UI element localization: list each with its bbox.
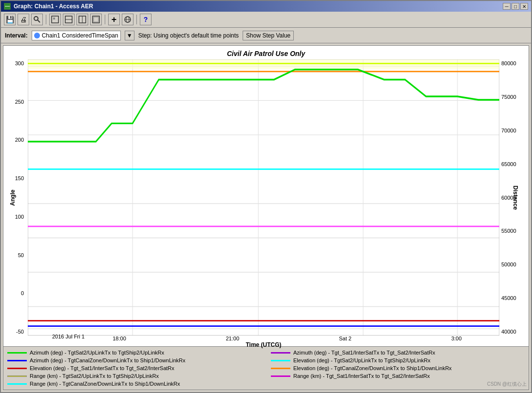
print-button[interactable]: 🖨 — [18, 14, 29, 25]
window-title: Graph: Chain1 - Access AER — [14, 3, 93, 10]
plot-svg — [28, 59, 499, 336]
legend-item-6: Elevation (deg) - TgtCanalZone/DownLinkT… — [271, 365, 525, 371]
show-step-button[interactable]: Show Step Value — [243, 31, 294, 40]
legend-line-5 — [7, 368, 27, 369]
main-content: Civil Air Patrol Use Only Angle 300 250 … — [1, 43, 531, 392]
step-label: Step: Using object's default time points — [138, 32, 239, 39]
legend-label-5: Elevation (deg) - Tgt_Sat1/InterSatTx to… — [30, 365, 174, 371]
legend-label-9: Range (km) - TgtCanalZone/DownLinkTx to … — [30, 381, 180, 387]
legend-item-1: Azimuth (deg) - TgtSat2/UpLinkTx to TgtS… — [7, 350, 261, 356]
y-right-label: Distance — [512, 185, 519, 209]
interval-dropdown-arrow[interactable]: ▼ — [125, 31, 134, 40]
main-window: Graph: Chain1 - Access AER ─ □ ✕ 💾 🖨 + — [0, 0, 532, 393]
title-bar: Graph: Chain1 - Access AER ─ □ ✕ — [1, 1, 531, 12]
graph-area: Civil Air Patrol Use Only Angle 300 250 … — [3, 45, 529, 390]
maximize-button[interactable]: □ — [512, 3, 519, 10]
legend-item-5: Elevation (deg) - Tgt_Sat1/InterSatTx to… — [7, 365, 261, 371]
y-left-tick-100: 100 — [15, 214, 24, 220]
legend-item-9: Range (km) - TgtCanalZone/DownLinkTx to … — [7, 381, 261, 387]
legend-line-8 — [271, 375, 290, 377]
y-right-tick-65000: 65000 — [501, 161, 529, 167]
legend-grid: Azimuth (deg) - TgtSat2/UpLinkTx to TgtS… — [7, 350, 525, 387]
title-bar-left: Graph: Chain1 - Access AER — [4, 3, 93, 10]
interval-label: Interval: — [5, 32, 28, 39]
graph-container: Angle 300 250 200 150 100 50 0 -50 — [3, 59, 529, 350]
legend-item-3: Azimuth (deg) - TgtCanalZone/DownLinkTx … — [7, 357, 261, 363]
legend-line-2 — [271, 352, 290, 354]
legend-line-6 — [271, 368, 290, 369]
toolbar-separator1 — [46, 15, 46, 24]
y-right-tick-80000: 80000 — [501, 60, 529, 66]
svg-rect-5 — [53, 18, 55, 19]
legend-item-4: Elevation (deg) - TgtSat2/UpLinkTx to Tg… — [271, 357, 525, 363]
plot-area — [28, 59, 499, 336]
y-right-tick-70000: 70000 — [501, 128, 529, 133]
graph-title: Civil Air Patrol Use Only — [3, 46, 529, 59]
interval-value: Chain1 ConsideredTimeSpan — [42, 32, 118, 39]
legend-line-1 — [7, 352, 27, 354]
save-button[interactable]: 💾 — [4, 14, 16, 25]
y-axis-right: Distance 80000 75000 70000 65000 60000 5… — [499, 59, 529, 336]
y-right-tick-55000: 55000 — [501, 228, 529, 234]
legend-label-8: Range (km) - Tgt_Sat1/InterSatTx to Tgt_… — [293, 373, 430, 379]
svg-rect-26 — [28, 59, 499, 336]
y-axis-left: Angle 300 250 200 150 100 50 0 -50 — [3, 59, 28, 336]
y-right-tick-75000: 75000 — [501, 94, 529, 100]
legend-line-9 — [7, 383, 27, 385]
legend-label-1: Azimuth (deg) - TgtSat2/UpLinkTx to TgtS… — [30, 350, 164, 356]
globe-button[interactable] — [122, 14, 133, 25]
interval-bar: Interval: Chain1 ConsideredTimeSpan ▼ St… — [1, 28, 531, 43]
minimize-button[interactable]: ─ — [503, 3, 511, 10]
y-left-tick-250: 250 — [15, 99, 24, 105]
legend-item-2: Azimuth (deg) - Tgt_Sat1/InterSatTx to T… — [271, 350, 525, 356]
zoom-button[interactable] — [31, 14, 43, 25]
close-button[interactable]: ✕ — [520, 3, 528, 10]
toolbar-separator2 — [105, 15, 105, 24]
legend-label-3: Azimuth (deg) - TgtCanalZone/DownLinkTx … — [30, 357, 186, 363]
window-icon — [4, 3, 11, 10]
legend-label-7: Range (km) - TgtSat2/UpLinkTx to TgtShip… — [30, 373, 159, 379]
legend-label-6: Elevation (deg) - TgtCanalZone/DownLinkT… — [293, 365, 452, 371]
legend-label-2: Azimuth (deg) - Tgt_Sat1/InterSatTx to T… — [293, 350, 435, 356]
y-right-tick-45000: 45000 — [501, 295, 529, 301]
y-right-tick-50000: 50000 — [501, 262, 529, 267]
legend-item-7: Range (km) - TgtSat2/UpLinkTx to TgtShip… — [7, 373, 261, 379]
x-axis-label: Time (UTCG) — [246, 341, 281, 348]
select2-button[interactable] — [63, 14, 75, 25]
legend-line-3 — [7, 360, 27, 361]
y-left-tick-50: 50 — [18, 252, 24, 258]
watermark: CSDN @红缆心上 — [487, 381, 527, 388]
y-left-label: Angle — [9, 189, 16, 206]
y-left-tick-150: 150 — [15, 175, 24, 181]
y-left-tick-0: 0 — [21, 290, 24, 296]
legend-label-4: Elevation (deg) - TgtSat2/UpLinkTx to Tg… — [293, 357, 430, 363]
select4-button[interactable] — [90, 14, 102, 25]
interval-icon — [34, 33, 40, 38]
svg-rect-9 — [94, 17, 98, 22]
legend-line-4 — [271, 360, 290, 361]
toolbar-separator3 — [136, 15, 137, 24]
legend-area: Azimuth (deg) - TgtSat2/UpLinkTx to TgtS… — [3, 346, 529, 390]
add-button[interactable]: + — [108, 14, 120, 25]
svg-point-2 — [34, 17, 38, 20]
toolbar: 💾 🖨 + ? — [1, 12, 531, 28]
select1-button[interactable] — [49, 14, 61, 25]
legend-line-7 — [7, 375, 27, 377]
svg-line-3 — [38, 20, 40, 22]
y-left-tick-n50: -50 — [16, 329, 24, 335]
y-left-tick-300: 300 — [15, 60, 24, 66]
date-label: 2016 Jul Fri 1 — [52, 334, 529, 339]
y-left-tick-200: 200 — [15, 137, 24, 143]
title-bar-buttons: ─ □ ✕ — [503, 3, 528, 10]
interval-dropdown[interactable]: Chain1 ConsideredTimeSpan — [32, 31, 121, 40]
select3-button[interactable] — [76, 14, 88, 25]
help-button[interactable]: ? — [140, 14, 152, 25]
legend-item-8: Range (km) - Tgt_Sat1/InterSatTx to Tgt_… — [271, 373, 525, 379]
